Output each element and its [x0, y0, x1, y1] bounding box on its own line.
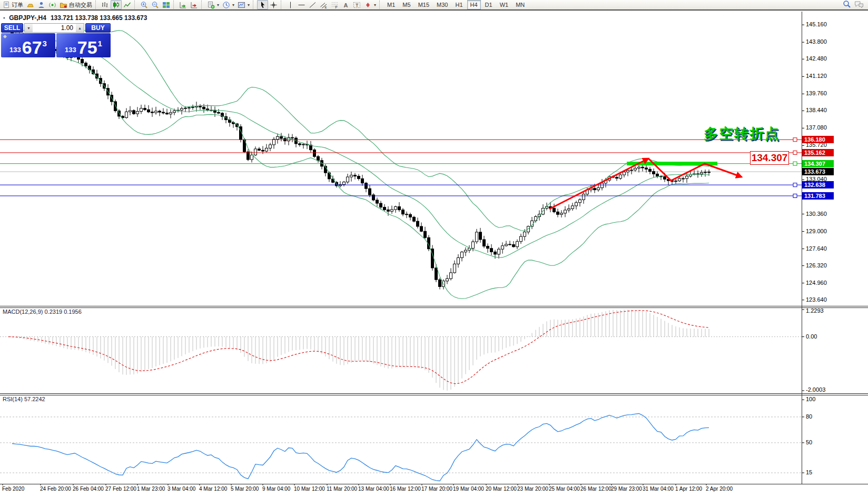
line-chart-icon	[123, 1, 131, 9]
timeframe-h4[interactable]: H4	[467, 0, 481, 9]
gold-icon	[26, 1, 34, 9]
autotrade-label: 自动交易	[69, 1, 92, 9]
cursor-icon	[259, 1, 267, 9]
shapes-icon	[364, 1, 372, 9]
dropdown-arrow: ▾	[248, 3, 250, 7]
timeframe-mn[interactable]: MN	[512, 0, 528, 9]
toolbar-separator	[281, 1, 283, 9]
bar-chart-button[interactable]	[100, 0, 111, 9]
order-label: 订单	[12, 1, 23, 9]
volume-stepper: ▼ 1.00 ▲	[24, 23, 84, 33]
tile-windows-button[interactable]	[161, 0, 172, 9]
signal-icon	[48, 1, 56, 9]
person-icon	[37, 1, 45, 9]
vertical-line-icon	[287, 1, 294, 9]
sell-price-big-figure: 133	[9, 46, 21, 54]
new-chart-icon	[207, 1, 215, 9]
autoscroll-button[interactable]	[177, 0, 189, 9]
chart-title: ▪ GBPJPY-,H4 133.721 133.738 133.665 133…	[3, 14, 147, 22]
buy-price-point: 1	[98, 39, 102, 48]
svg-text:F: F	[336, 5, 338, 9]
one-click-trade-panel: SELL ▼ 1.00 ▲ BUY 133 67 3 133 75 1	[1, 23, 111, 57]
buy-button[interactable]: BUY	[85, 23, 111, 33]
svg-text:E: E	[325, 5, 327, 8]
candle-chart-button[interactable]	[111, 0, 122, 9]
symbol-period: GBPJPY-,H4	[9, 14, 46, 22]
toolbar-separator	[173, 1, 176, 9]
buy-price-box[interactable]: 133 75 1	[56, 33, 111, 57]
zoom-out-icon	[151, 1, 159, 9]
new-order-button[interactable]: 订单	[1, 0, 25, 9]
chart-icon: ▪	[3, 15, 5, 21]
timeframe-h1[interactable]: H1	[452, 0, 466, 9]
cursor-button[interactable]	[257, 0, 268, 9]
timeframe-m1[interactable]: M1	[384, 0, 398, 9]
timeframe-m5[interactable]: M5	[399, 0, 413, 9]
zoom-out-button[interactable]	[150, 0, 161, 9]
arrows-button[interactable]: ▾	[362, 0, 378, 9]
text-button[interactable]: A	[340, 0, 351, 9]
one-click-icon	[3, 35, 7, 38]
sell-button[interactable]: SELL	[1, 23, 23, 33]
signal-button[interactable]	[47, 0, 58, 9]
macd-label: MACD(12,26,9) 0.2319 0.1956	[3, 309, 82, 315]
crosshair-button[interactable]	[268, 0, 279, 9]
autoscroll-icon	[179, 1, 187, 9]
order-icon	[3, 1, 10, 8]
chart-shift-button[interactable]	[189, 0, 200, 9]
horizontal-line-icon	[298, 1, 305, 9]
toolbar-right	[843, 0, 867, 9]
horizontal-line-button[interactable]	[296, 0, 307, 9]
dropdown-arrow: ▾	[217, 3, 219, 7]
period-button[interactable]: ▾	[221, 0, 236, 9]
new-chart-button[interactable]: ▾	[205, 0, 221, 9]
text-label-button[interactable]: T	[351, 0, 362, 9]
line-chart-button[interactable]	[122, 0, 133, 9]
mt4-window: 订单 自动交易 ▾ ▾ ▾ E F A T ▾	[0, 0, 868, 497]
toolbar-separator	[201, 1, 204, 9]
svg-text:A: A	[344, 2, 348, 8]
channel-button[interactable]: E	[318, 0, 329, 9]
sell-price-pips: 67	[22, 41, 42, 55]
price-target-box: 134.307	[750, 151, 789, 165]
template-icon	[238, 1, 245, 9]
channel-icon: E	[320, 1, 328, 9]
sell-price-point: 3	[43, 39, 47, 48]
pivot-annotation: 多空转折点	[704, 124, 780, 143]
template-button[interactable]: ▾	[236, 0, 251, 9]
text-label-icon: T	[353, 1, 361, 9]
fibonacci-button[interactable]: F	[329, 0, 340, 9]
crosshair-icon	[270, 1, 278, 9]
timeframe-m15[interactable]: M15	[415, 0, 432, 9]
gold-button[interactable]	[25, 0, 36, 9]
fibonacci-icon: F	[331, 1, 339, 9]
chat-icon[interactable]	[854, 1, 864, 9]
volume-up-button[interactable]: ▲	[76, 24, 84, 32]
trendline-button[interactable]	[307, 0, 318, 9]
timeframe-d1[interactable]: D1	[482, 0, 496, 9]
toolbar-separator	[95, 1, 98, 9]
buy-price-big-figure: 133	[65, 46, 76, 54]
accounts-button[interactable]	[36, 0, 47, 9]
text-a-icon: A	[342, 1, 350, 9]
ohlc-values: 133.721 133.738 133.665 133.673	[51, 14, 147, 22]
trendline-icon	[309, 1, 317, 9]
chart-graphics[interactable]	[0, 0, 868, 497]
volume-down-button[interactable]: ▼	[25, 24, 33, 32]
search-icon[interactable]	[843, 0, 851, 9]
autotrade-icon	[60, 1, 67, 9]
tile-windows-icon	[162, 1, 170, 9]
autotrade-button[interactable]: 自动交易	[58, 0, 94, 9]
timeframe-m30[interactable]: M30	[433, 0, 451, 9]
sell-price-box[interactable]: 133 67 3	[1, 33, 55, 57]
vertical-line-button[interactable]	[285, 0, 296, 9]
chart-shift-icon	[190, 1, 198, 9]
clock-icon	[222, 1, 230, 9]
svg-text:T: T	[356, 3, 359, 8]
timeframe-w1[interactable]: W1	[497, 0, 512, 9]
rsi-label: RSI(14) 57.2242	[3, 396, 45, 402]
volume-input[interactable]: 1.00	[33, 24, 76, 32]
toolbar: 订单 自动交易 ▾ ▾ ▾ E F A T ▾	[0, 0, 868, 11]
zoom-in-button[interactable]	[139, 0, 150, 9]
toolbar-separator	[134, 1, 137, 9]
